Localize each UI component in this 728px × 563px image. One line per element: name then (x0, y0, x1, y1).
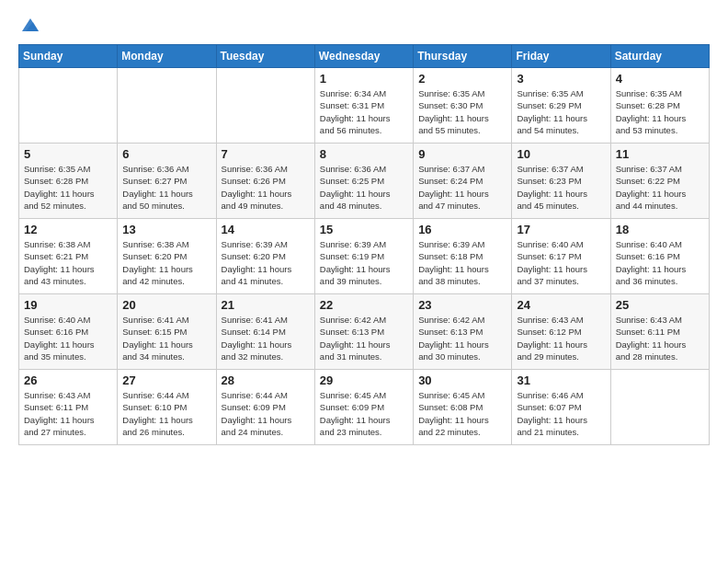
day-info: Sunrise: 6:37 AM Sunset: 6:23 PM Dayligh… (517, 163, 605, 212)
weekday-header-friday: Friday (512, 45, 610, 68)
day-cell: 18Sunrise: 6:40 AM Sunset: 6:16 PM Dayli… (610, 219, 709, 294)
day-number: 7 (222, 147, 310, 161)
weekday-header-wednesday: Wednesday (314, 45, 413, 68)
day-number: 3 (517, 72, 605, 86)
day-info: Sunrise: 6:36 AM Sunset: 6:26 PM Dayligh… (222, 163, 310, 212)
day-number: 6 (122, 147, 210, 161)
day-number: 31 (517, 373, 605, 387)
day-number: 12 (24, 223, 112, 236)
day-info: Sunrise: 6:42 AM Sunset: 6:13 PM Dayligh… (418, 314, 506, 362)
day-cell: 30Sunrise: 6:45 AM Sunset: 6:08 PM Dayli… (414, 370, 512, 445)
day-info: Sunrise: 6:42 AM Sunset: 6:13 PM Dayligh… (320, 314, 408, 362)
day-number: 23 (418, 298, 506, 312)
day-info: Sunrise: 6:43 AM Sunset: 6:11 PM Dayligh… (24, 389, 112, 438)
day-number: 26 (24, 373, 112, 387)
day-number: 20 (122, 298, 210, 312)
day-number: 21 (222, 298, 310, 312)
day-number: 25 (616, 298, 704, 312)
weekday-header-sunday: Sunday (19, 45, 118, 68)
day-number: 9 (418, 147, 506, 161)
week-row-2: 5Sunrise: 6:35 AM Sunset: 6:28 PM Daylig… (19, 144, 710, 219)
day-info: Sunrise: 6:35 AM Sunset: 6:29 PM Dayligh… (517, 87, 605, 136)
day-number: 27 (122, 373, 210, 387)
day-info: Sunrise: 6:40 AM Sunset: 6:16 PM Dayligh… (24, 314, 112, 362)
day-info: Sunrise: 6:45 AM Sunset: 6:08 PM Dayligh… (418, 389, 506, 438)
day-info: Sunrise: 6:36 AM Sunset: 6:27 PM Dayligh… (122, 163, 210, 212)
day-info: Sunrise: 6:37 AM Sunset: 6:24 PM Dayligh… (418, 163, 506, 212)
day-cell: 27Sunrise: 6:44 AM Sunset: 6:10 PM Dayli… (118, 370, 216, 445)
day-cell (216, 68, 314, 144)
day-info: Sunrise: 6:40 AM Sunset: 6:16 PM Dayligh… (616, 238, 704, 287)
day-cell: 3Sunrise: 6:35 AM Sunset: 6:29 PM Daylig… (512, 68, 610, 144)
day-info: Sunrise: 6:41 AM Sunset: 6:15 PM Dayligh… (122, 314, 210, 362)
day-number: 10 (517, 147, 605, 161)
day-info: Sunrise: 6:43 AM Sunset: 6:12 PM Dayligh… (517, 314, 605, 362)
day-cell: 15Sunrise: 6:39 AM Sunset: 6:19 PM Dayli… (314, 219, 413, 294)
day-cell: 10Sunrise: 6:37 AM Sunset: 6:23 PM Dayli… (512, 144, 610, 219)
day-cell: 2Sunrise: 6:35 AM Sunset: 6:30 PM Daylig… (414, 68, 512, 144)
day-cell: 8Sunrise: 6:36 AM Sunset: 6:25 PM Daylig… (314, 144, 413, 219)
day-cell: 23Sunrise: 6:42 AM Sunset: 6:13 PM Dayli… (414, 294, 512, 370)
day-number: 16 (418, 223, 506, 236)
day-cell: 9Sunrise: 6:37 AM Sunset: 6:24 PM Daylig… (414, 144, 512, 219)
weekday-header-thursday: Thursday (414, 45, 512, 68)
day-number: 18 (616, 223, 704, 236)
day-cell: 22Sunrise: 6:42 AM Sunset: 6:13 PM Dayli… (314, 294, 413, 370)
day-cell: 7Sunrise: 6:36 AM Sunset: 6:26 PM Daylig… (216, 144, 314, 219)
day-info: Sunrise: 6:46 AM Sunset: 6:07 PM Dayligh… (517, 389, 605, 438)
day-number: 28 (222, 373, 310, 387)
day-cell: 31Sunrise: 6:46 AM Sunset: 6:07 PM Dayli… (512, 370, 610, 445)
day-info: Sunrise: 6:45 AM Sunset: 6:09 PM Dayligh… (320, 389, 408, 438)
day-info: Sunrise: 6:36 AM Sunset: 6:25 PM Dayligh… (320, 163, 408, 212)
day-cell: 24Sunrise: 6:43 AM Sunset: 6:12 PM Dayli… (512, 294, 610, 370)
day-info: Sunrise: 6:37 AM Sunset: 6:22 PM Dayligh… (616, 163, 704, 212)
day-cell: 17Sunrise: 6:40 AM Sunset: 6:17 PM Dayli… (512, 219, 610, 294)
logo (18, 15, 40, 35)
week-row-4: 19Sunrise: 6:40 AM Sunset: 6:16 PM Dayli… (19, 294, 710, 370)
day-cell: 6Sunrise: 6:36 AM Sunset: 6:27 PM Daylig… (118, 144, 216, 219)
day-number: 19 (24, 298, 112, 312)
calendar: SundayMondayTuesdayWednesdayThursdayFrid… (18, 44, 710, 445)
day-cell: 5Sunrise: 6:35 AM Sunset: 6:28 PM Daylig… (19, 144, 118, 219)
day-cell (118, 68, 216, 144)
header (18, 15, 710, 35)
day-number: 14 (222, 223, 310, 236)
day-number: 2 (418, 72, 506, 86)
day-info: Sunrise: 6:44 AM Sunset: 6:09 PM Dayligh… (222, 389, 310, 438)
day-info: Sunrise: 6:38 AM Sunset: 6:20 PM Dayligh… (122, 238, 210, 287)
week-row-5: 26Sunrise: 6:43 AM Sunset: 6:11 PM Dayli… (19, 370, 710, 445)
day-info: Sunrise: 6:35 AM Sunset: 6:30 PM Dayligh… (418, 87, 506, 136)
day-info: Sunrise: 6:41 AM Sunset: 6:14 PM Dayligh… (222, 314, 310, 362)
day-number: 15 (320, 223, 408, 236)
day-number: 30 (418, 373, 506, 387)
day-info: Sunrise: 6:44 AM Sunset: 6:10 PM Dayligh… (122, 389, 210, 438)
day-number: 11 (616, 147, 704, 161)
week-row-1: 1Sunrise: 6:34 AM Sunset: 6:31 PM Daylig… (19, 68, 710, 144)
day-cell: 21Sunrise: 6:41 AM Sunset: 6:14 PM Dayli… (216, 294, 314, 370)
day-cell: 11Sunrise: 6:37 AM Sunset: 6:22 PM Dayli… (610, 144, 709, 219)
day-number: 13 (122, 223, 210, 236)
day-cell: 4Sunrise: 6:35 AM Sunset: 6:28 PM Daylig… (610, 68, 709, 144)
day-cell: 19Sunrise: 6:40 AM Sunset: 6:16 PM Dayli… (19, 294, 118, 370)
week-row-3: 12Sunrise: 6:38 AM Sunset: 6:21 PM Dayli… (19, 219, 710, 294)
day-cell: 12Sunrise: 6:38 AM Sunset: 6:21 PM Dayli… (19, 219, 118, 294)
weekday-header-saturday: Saturday (610, 45, 709, 68)
day-cell: 1Sunrise: 6:34 AM Sunset: 6:31 PM Daylig… (314, 68, 413, 144)
day-number: 22 (320, 298, 408, 312)
logo-icon (20, 15, 40, 35)
day-number: 5 (24, 147, 112, 161)
day-cell (19, 68, 118, 144)
day-cell: 14Sunrise: 6:39 AM Sunset: 6:20 PM Dayli… (216, 219, 314, 294)
day-info: Sunrise: 6:34 AM Sunset: 6:31 PM Dayligh… (320, 87, 408, 136)
day-cell: 26Sunrise: 6:43 AM Sunset: 6:11 PM Dayli… (19, 370, 118, 445)
day-info: Sunrise: 6:43 AM Sunset: 6:11 PM Dayligh… (616, 314, 704, 362)
weekday-header-row: SundayMondayTuesdayWednesdayThursdayFrid… (19, 45, 710, 68)
day-number: 1 (320, 72, 408, 86)
day-number: 17 (517, 223, 605, 236)
day-info: Sunrise: 6:35 AM Sunset: 6:28 PM Dayligh… (616, 87, 704, 136)
day-info: Sunrise: 6:35 AM Sunset: 6:28 PM Dayligh… (24, 163, 112, 212)
page: SundayMondayTuesdayWednesdayThursdayFrid… (0, 0, 728, 563)
day-number: 24 (517, 298, 605, 312)
day-info: Sunrise: 6:40 AM Sunset: 6:17 PM Dayligh… (517, 238, 605, 287)
day-info: Sunrise: 6:39 AM Sunset: 6:18 PM Dayligh… (418, 238, 506, 287)
